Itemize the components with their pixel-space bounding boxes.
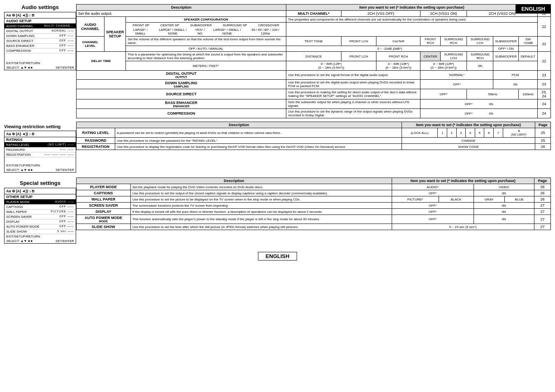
- aa-icon: Aa: [6, 13, 11, 17]
- special-menu-footer-2: SELECT: ▲▼◄► SET/ENTER: [5, 239, 76, 243]
- range-60ft-12b: 0 ~ 60ft (12ft*)(0 ~ 18m (3.6m*)): [420, 61, 467, 71]
- source-direct-50khz: 50kHz: [467, 89, 519, 99]
- audio-menu-item-1[interactable]: DIGITAL OUTPUT NORMAL ——: [5, 29, 76, 34]
- table-row-delay: DELAY TIME This is a parameter for optim…: [77, 52, 551, 61]
- table-row-wall-paper: WALL PAPER Use this procedure to set the…: [77, 196, 551, 203]
- audio-menu-item-3[interactable]: SOURCE DIRECT OFF ——: [5, 39, 76, 44]
- special-menu-footer: EXIT/SETUP/RETURN: [5, 234, 76, 239]
- surround-rch-d: SURROUND RCH: [467, 52, 493, 61]
- vr-desc-header: Description: [77, 122, 402, 128]
- exit-setup-ratings: EXIT/SETUP/RETURN: [6, 164, 40, 167]
- password-menu-label: PASSWORD: [6, 148, 25, 152]
- rating-level-col: RATING LEVEL: [77, 128, 115, 138]
- speaker-icon: ◄)): [22, 13, 28, 17]
- ratings-menu-footer: EXIT/SETUP/RETURN: [5, 163, 76, 168]
- down-sampling-on: 0N: [493, 80, 537, 89]
- digital-output-value: NORMAL ——: [51, 29, 74, 33]
- audio-menu-item-2[interactable]: DOWN SAMPLING OFF ——: [5, 34, 76, 39]
- special-settings-title: Special settings: [4, 180, 76, 186]
- range-60ft-10: 0 ~ 60ft (10ft*)(0 ~ 18m (3.0m*)): [376, 61, 420, 71]
- display-on: 0N: [474, 209, 534, 215]
- hz-label: 40 / 60 / 80* / 100 / 120Hz: [247, 28, 284, 35]
- special-menu-item-0[interactable]: PLAYER MODE AUDIO ——: [5, 200, 76, 205]
- audio-settings-table-section: Description Item you want to set (* indi…: [76, 4, 551, 118]
- special-menu-item-1[interactable]: CAPTIONS OFF ——: [5, 205, 76, 210]
- bottom-english-section: ENGLISH: [4, 249, 551, 264]
- set-enter-ratings: SET/ENTER: [56, 168, 74, 172]
- page-26-player: 26: [534, 184, 550, 190]
- wall-paper-menu-value: PICTURE ——: [51, 210, 74, 214]
- screen-saver-off: OFF*: [392, 203, 474, 209]
- surround-rch-label: SURROUND RCH: [440, 37, 467, 46]
- page-25-password: 25: [535, 138, 551, 144]
- player-mode-menu-value: AUDIO ——: [55, 200, 74, 204]
- special-menu-item-4[interactable]: DISPLAY OFF ——: [5, 219, 76, 224]
- table-row-channel-level-2: OFF / AUTO / MANUAL 0 ~ -10dB (0dB*) OFF…: [77, 46, 551, 52]
- audio-menu-item-5[interactable]: COMPRESSION OFF ——: [5, 48, 76, 53]
- rating-val-8: 8(NO LIMIT)*: [503, 128, 535, 138]
- audio-menu-box: Aa ⊜ (A) ◄)) ⌂ B AUDIO SETUP AUDIO CHANN…: [4, 12, 76, 70]
- captions-off: OFF*: [392, 190, 474, 196]
- wall-paper-black: BLACK: [439, 196, 474, 203]
- audio-settings-title: Audio settings: [4, 4, 76, 10]
- screen-saver-menu-value: OFF ——: [59, 215, 74, 219]
- 2ch-vss-off-header: 2CH (VSS OFF): [341, 11, 420, 17]
- yes-no-label: YES* / NO: [192, 28, 207, 35]
- aa-icon-r: Aa: [6, 132, 11, 136]
- special-menu-item-2[interactable]: WALL PAPER PICTURE ——: [5, 210, 76, 214]
- captions-col: CAPTIONS: [77, 190, 131, 196]
- page-26-captions: 26: [534, 190, 550, 196]
- special-menu-item-3[interactable]: SCREEN SAVER OFF ——: [5, 214, 76, 219]
- bass-enhancer-off: OFF* 0N: [420, 99, 537, 109]
- page-27-screen: 27: [534, 203, 550, 209]
- table-row-rating-level: RATING LEVEL A password can be set to re…: [77, 128, 551, 138]
- digital-output-pcm: PCM: [493, 71, 537, 80]
- audio-menu-header: Aa ⊜ (A) ◄)) ⌂ B: [5, 12, 76, 18]
- large-small-label: LARGE* / SMALL: [128, 28, 153, 35]
- ratings-menu-item-1[interactable]: PASSWORD —— ——: [5, 148, 76, 152]
- source-direct-desc-cell: Use this procedure to making the setting…: [286, 89, 420, 99]
- page-23-digital: 23: [537, 71, 550, 80]
- down-sampling-off: OFF*: [420, 80, 493, 89]
- audio-setup-label: AUDIO SETUP: [5, 18, 76, 24]
- home-icon: ⌂: [29, 13, 31, 17]
- no-limit-label: (NO LIMIT)*: [511, 133, 527, 136]
- special-menu-item-6[interactable]: SLIDE SHOW 5 sec ——: [5, 229, 76, 234]
- speaker-icon-r: ◄)): [22, 132, 28, 136]
- source-direct-off: OFF*: [420, 89, 467, 99]
- a-paren-icon-s: (A): [16, 189, 21, 193]
- rating-level-desc-cell: A password can be set to restrict (prohi…: [115, 128, 402, 138]
- auto-power-on: 0N: [474, 215, 534, 224]
- page-25-rating: 25: [535, 128, 551, 138]
- audio-channel-cell: AUDIO CHANNEL: [77, 17, 104, 37]
- table-row-down-sampling: DOWN SAMPLING SAMPLING Use this procedur…: [77, 80, 551, 89]
- slide-show-menu-label: SLIDE SHOW: [6, 230, 27, 233]
- off-auto-manual: OFF / AUTO / MANUAL: [126, 46, 286, 52]
- captions-desc-cell: Use this procedure to set the output of …: [130, 190, 392, 196]
- down-sampling-value: OFF ——: [59, 34, 74, 38]
- compression-value: OFF ——: [59, 49, 74, 53]
- audio-menu-item-0[interactable]: AUDIO CHANNEL MULTI CHANNE...: [5, 24, 76, 29]
- digital-output-label-menu: DIGITAL OUTPUT: [6, 29, 33, 33]
- special-menu-item-5[interactable]: AUTO POWER MODE OFF ——: [5, 224, 76, 229]
- circle-icon-r: ⊜: [12, 132, 15, 136]
- select-nav-label: SELECT: ▲▼◄►: [6, 66, 33, 69]
- digital-output-col: DIGITAL OUTPUT OUTPUT: [77, 71, 286, 80]
- ratings-menu-item-2[interactable]: REGISTRATION —— —— —— ——: [5, 152, 76, 157]
- subwoofer-d: SUBWOOFER: [493, 52, 518, 61]
- slide-show-col: SLIDE SHOW: [77, 224, 131, 230]
- page-26-reg: 26: [535, 144, 551, 150]
- screen-saver-on: 0N: [474, 203, 534, 209]
- audio-menu-item-4[interactable]: BASS ENHANCER OFF ——: [5, 44, 76, 48]
- bass-enhancer-label-menu: BASS ENHANCER: [6, 44, 34, 48]
- screen-saver-desc-cell: The screensaver functions protects the T…: [130, 203, 392, 209]
- exit-setup-label: EXIT/SETUP/RETURN: [6, 61, 40, 65]
- meters-feet-label: METERS / FEET*: [126, 61, 286, 71]
- 2ch-vss1-on-header: 2CH (VSS1 ON): [420, 11, 467, 17]
- front-lch-label: FRONT LCH: [341, 37, 376, 46]
- captions-on: 0N: [474, 190, 534, 196]
- ratings-menu-item-0[interactable]: RATING LEVEL (NO LIMIT) ——: [5, 143, 76, 148]
- audio-menu-footer: EXIT/SETUP/RETURN: [5, 61, 76, 65]
- set-enter-special: SET/ENTER: [56, 239, 74, 243]
- special-menu-header: Aa ⊜ (A) ◄)) ⌂ B: [5, 188, 76, 194]
